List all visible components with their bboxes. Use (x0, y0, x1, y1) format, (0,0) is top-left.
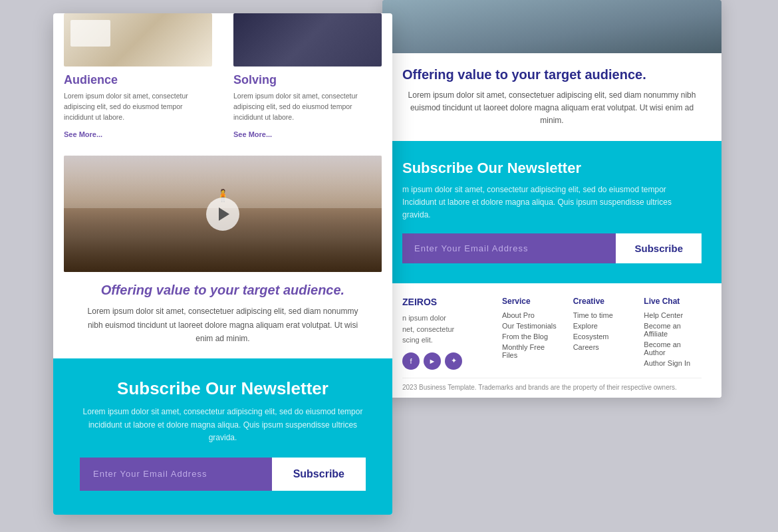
front-subscribe-button[interactable]: Subscribe (272, 458, 366, 491)
back-brand-text: n ipsum dolornet, consecteturscing elit. (402, 313, 489, 346)
back-footer-brand: ZEIROS n ipsum dolornet, consecteturscin… (402, 297, 489, 370)
back-email-input[interactable] (402, 233, 616, 263)
back-subscribe-button[interactable]: Subscribe (616, 233, 702, 263)
video-section: 🧍 (53, 149, 392, 272)
back-testimonials-link[interactable]: Our Testimonials (502, 322, 560, 330)
back-explore-link[interactable]: Explore (573, 322, 631, 330)
facebook-icon[interactable]: f (402, 352, 420, 370)
back-footer-creative: Creative Time to time Explore Ecosystem … (573, 297, 631, 370)
back-newsletter-form: Subscribe (402, 233, 702, 263)
front-card: Audience Lorem ipsum dolor sit amet, con… (53, 13, 392, 515)
back-livechat-title: Live Chat (644, 297, 702, 306)
solving-card-image (233, 13, 382, 66)
back-brand-name: ZEIROS (402, 297, 489, 307)
back-service-title: Service (502, 297, 560, 306)
back-footer-columns: ZEIROS n ipsum dolornet, consecteturscin… (402, 297, 702, 370)
back-newsletter-title: Subscribe Our Newsletter (402, 160, 702, 177)
footer-divider (402, 378, 702, 378)
back-footer-service: Service About Pro Our Testimonials From … (502, 297, 560, 370)
back-card: Offering value to your target audience. … (382, 0, 721, 398)
back-affiliate-link[interactable]: Become an Affiliate (644, 322, 702, 338)
back-ecosystem-link[interactable]: Ecosystem (573, 332, 631, 340)
video-thumbnail[interactable]: 🧍 (64, 156, 382, 272)
back-free-files-link[interactable]: Monthly Free Files (502, 343, 560, 359)
play-button[interactable] (206, 198, 239, 231)
back-social-links: f ► ✦ (402, 352, 489, 370)
front-newsletter-title: Subscribe Our Newsletter (80, 378, 366, 399)
audience-title: Audience (64, 73, 212, 87)
mini-card-audience: Audience Lorem ipsum dolor sit amet, con… (53, 13, 223, 149)
telegram-icon[interactable]: ► (424, 352, 441, 370)
front-email-input[interactable] (80, 458, 272, 491)
main-title: Offering value to your target audience. (80, 283, 366, 298)
mini-card-solving: Solving Lorem ipsum dolor sit amet, cons… (223, 13, 392, 149)
back-hero-image (382, 0, 721, 53)
back-footer: ZEIROS n ipsum dolornet, consecteturscin… (382, 283, 721, 398)
solving-see-more-link[interactable]: See More... (233, 130, 272, 138)
back-help-center-link[interactable]: Help Center (644, 311, 702, 319)
front-newsletter-section: Subscribe Our Newsletter Lorem ipsum dol… (53, 358, 392, 515)
back-time-link[interactable]: Time to time (573, 311, 631, 319)
main-text: Lorem ipsum dolor sit amet, consectetuer… (80, 305, 366, 345)
solving-title: Solving (233, 73, 382, 87)
solving-text: Lorem ipsum dolor sit amet, consectetur … (233, 91, 382, 122)
settings-icon[interactable]: ✦ (445, 352, 462, 370)
back-section-text: Lorem ipsum dolor sit amet, consectetuer… (402, 89, 702, 128)
back-section-title: Offering value to your target audience. (402, 66, 702, 82)
play-icon (219, 207, 229, 221)
main-content: Offering value to your target audience. … (53, 272, 392, 358)
front-newsletter-form: Subscribe (80, 458, 366, 491)
front-newsletter-text: Lorem ipsum dolor sit amet, consectetur … (80, 406, 366, 444)
back-newsletter-text: m ipsum dolor sit amet, consectetur adip… (402, 184, 702, 222)
back-careers-link[interactable]: Careers (573, 343, 631, 351)
back-copyright: 2023 Business Template. Trademarks and b… (402, 384, 702, 391)
audience-card-image (64, 13, 212, 66)
back-newsletter-section: Subscribe Our Newsletter m ipsum dolor s… (382, 141, 721, 284)
back-content-area: Offering value to your target audience. … (382, 53, 721, 141)
back-footer-livechat: Live Chat Help Center Become an Affiliat… (644, 297, 702, 370)
back-creative-title: Creative (573, 297, 631, 306)
audience-text: Lorem ipsum dolor sit amet, consectetur … (64, 91, 212, 122)
back-author-link[interactable]: Become an Author (644, 340, 702, 356)
audience-see-more-link[interactable]: See More... (64, 130, 102, 138)
back-about-pro-link[interactable]: About Pro (502, 311, 560, 319)
back-author-sign-in-link[interactable]: Author Sign In (644, 359, 702, 367)
back-blog-link[interactable]: From the Blog (502, 332, 560, 340)
top-mini-cards: Audience Lorem ipsum dolor sit amet, con… (53, 13, 392, 149)
